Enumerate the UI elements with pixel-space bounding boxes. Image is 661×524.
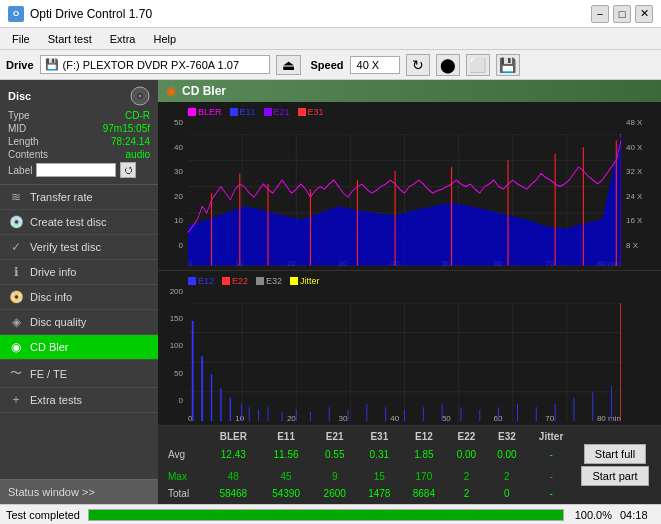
mid-label: MID [8, 123, 26, 134]
menu-extra[interactable]: Extra [102, 31, 144, 47]
cell-avg-7: - [527, 443, 575, 465]
col-e32: E32 [487, 430, 527, 443]
stats-table: BLER E11 E21 E31 E12 E22 E32 Jitter Avg1… [164, 430, 655, 500]
bler-label: BLER [198, 107, 222, 117]
eject-button[interactable]: ⏏ [276, 55, 301, 75]
sidebar-item-disc-info[interactable]: 📀 Disc info [0, 285, 158, 310]
col-jitter: Jitter [527, 430, 575, 443]
app-title: Opti Drive Control 1.70 [30, 7, 152, 21]
status-window-button[interactable]: Status window >> [0, 479, 158, 504]
col-actions [575, 430, 655, 443]
cell-avg-5: 0.00 [446, 443, 486, 465]
speed-selector[interactable]: 40 X [350, 56, 400, 74]
menu-help[interactable]: Help [145, 31, 184, 47]
window-controls: − □ ✕ [591, 5, 653, 23]
sidebar-item-disc-quality[interactable]: ◈ Disc quality [0, 310, 158, 335]
cell-avg-3: 0.31 [357, 443, 402, 465]
legend-bler: BLER [188, 107, 222, 117]
cell-max-3: 15 [357, 465, 402, 487]
refresh-button[interactable]: ↻ [406, 54, 430, 76]
label-button[interactable]: ⭯ [120, 162, 136, 178]
e11-dot [230, 108, 238, 116]
e31-label: E31 [308, 107, 324, 117]
sidebar-item-fe-te[interactable]: 〜 FE / TE [0, 360, 158, 388]
label-label: Label [8, 165, 32, 176]
extra-tests-icon: + [8, 393, 24, 407]
sidebar-item-verify-test-disc[interactable]: ✓ Verify test disc [0, 235, 158, 260]
label-input[interactable] [36, 163, 116, 177]
cell-max-7: - [527, 465, 575, 487]
close-button[interactable]: ✕ [635, 5, 653, 23]
e21-dot [264, 108, 272, 116]
legend-e12: E12 [188, 276, 214, 286]
disc-panel-title: Disc [8, 90, 31, 102]
minimize-button[interactable]: − [591, 5, 609, 23]
sidebar-item-cd-bler[interactable]: ◉ CD Bler [0, 335, 158, 360]
e22-dot [222, 277, 230, 285]
start-part-button[interactable]: Start part [581, 466, 648, 486]
cell-total-3: 1478 [357, 487, 402, 500]
contents-value: audio [126, 149, 150, 160]
col-bler: BLER [207, 430, 260, 443]
svg-point-2 [139, 95, 142, 98]
sidebar-label-disc-quality: Disc quality [30, 316, 86, 328]
sidebar-item-drive-info[interactable]: ℹ Drive info [0, 260, 158, 285]
chart-title-bar: ◉ CD Bler [158, 80, 661, 102]
cell-avg-4: 1.85 [402, 443, 447, 465]
drive-selector[interactable]: 💾 (F:) PLEXTOR DVDR PX-760A 1.07 [40, 55, 270, 74]
bottom-y-axis: 200 150 100 50 0 [158, 287, 186, 405]
row-label-max: Max [164, 465, 207, 487]
sidebar-label-drive-info: Drive info [30, 266, 76, 278]
jitter-label: Jitter [300, 276, 320, 286]
sidebar-label-verify-test-disc: Verify test disc [30, 241, 101, 253]
drive-bar: Drive 💾 (F:) PLEXTOR DVDR PX-760A 1.07 ⏏… [0, 50, 661, 80]
e12-dot [188, 277, 196, 285]
col-e31: E31 [357, 430, 402, 443]
cell-avg-6: 0.00 [487, 443, 527, 465]
progress-percent: 100.0% [572, 509, 612, 521]
legend-e21: E21 [264, 107, 290, 117]
e32-label: E32 [266, 276, 282, 286]
top-y-axis-right: 48 X 40 X 32 X 24 X 16 X 8 X [623, 118, 661, 250]
chart-title-icon: ◉ [166, 84, 176, 98]
cell-max-6: 2 [487, 465, 527, 487]
bottom-chart-svg [188, 303, 621, 421]
erase-button[interactable]: ⬜ [466, 54, 490, 76]
e12-label: E12 [198, 276, 214, 286]
top-y-axis: 50 40 30 20 10 0 [158, 118, 186, 250]
cell-total-7: - [527, 487, 575, 500]
cell-total-2: 2600 [312, 487, 357, 500]
cell-avg-2: 0.55 [312, 443, 357, 465]
row-label-total: Total [164, 487, 207, 500]
status-text: Test completed [6, 509, 80, 521]
cell-total-5: 2 [446, 487, 486, 500]
right-panel: ◉ CD Bler BLER E11 [158, 80, 661, 504]
top-chart-svg [188, 134, 621, 266]
main-content: Disc Type CD-R MID 97m15:05f Length 78:2… [0, 80, 661, 504]
cell-max-0: 48 [207, 465, 260, 487]
mid-value: 97m15:05f [103, 123, 150, 134]
legend-e11: E11 [230, 107, 256, 117]
cell-total-4: 8684 [402, 487, 447, 500]
menu-start-test[interactable]: Start test [40, 31, 100, 47]
menu-file[interactable]: File [4, 31, 38, 47]
sidebar-label-extra-tests: Extra tests [30, 394, 82, 406]
record-button[interactable]: ⬤ [436, 54, 460, 76]
e11-label: E11 [240, 107, 256, 117]
save-button[interactable]: 💾 [496, 54, 520, 76]
cell-total-1: 54390 [260, 487, 313, 500]
sidebar-item-transfer-rate[interactable]: ≋ Transfer rate [0, 185, 158, 210]
col-e21: E21 [312, 430, 357, 443]
legend-jitter: Jitter [290, 276, 320, 286]
drive-value: (F:) PLEXTOR DVDR PX-760A 1.07 [63, 59, 239, 71]
disc-quality-icon: ◈ [8, 315, 24, 329]
disc-panel-icon [130, 86, 150, 106]
sidebar-label-create-test-disc: Create test disc [30, 216, 106, 228]
sidebar: Disc Type CD-R MID 97m15:05f Length 78:2… [0, 80, 158, 504]
drive-info-icon: ℹ [8, 265, 24, 279]
restore-button[interactable]: □ [613, 5, 631, 23]
start-full-button[interactable]: Start full [584, 444, 646, 464]
stats-table-container: BLER E11 E21 E31 E12 E22 E32 Jitter Avg1… [158, 426, 661, 504]
sidebar-item-extra-tests[interactable]: + Extra tests [0, 388, 158, 413]
sidebar-item-create-test-disc[interactable]: 💿 Create test disc [0, 210, 158, 235]
